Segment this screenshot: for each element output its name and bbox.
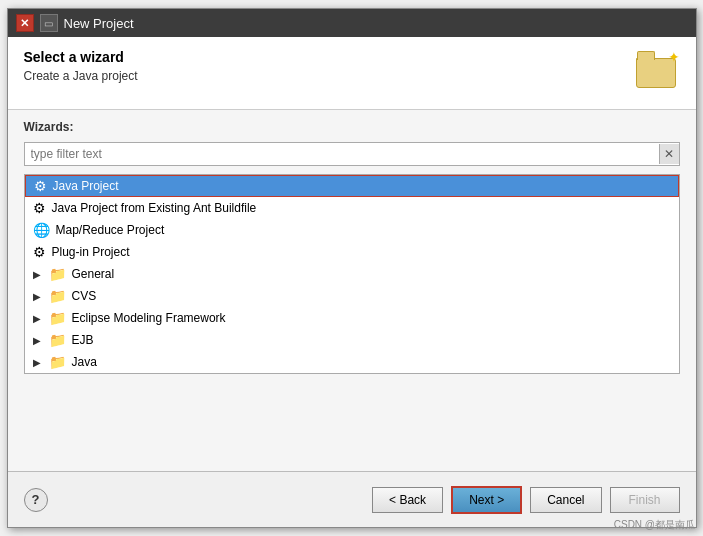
help-button[interactable]: ?: [24, 488, 48, 512]
cancel-button[interactable]: Cancel: [530, 487, 601, 513]
list-item[interactable]: ⚙Plug-in Project: [25, 241, 679, 263]
item-label: Plug-in Project: [52, 245, 130, 259]
dialog-body: Select a wizard Create a Java project ✦ …: [8, 37, 696, 527]
list-item[interactable]: ⚙Java Project from Existing Ant Buildfil…: [25, 197, 679, 219]
header-section: Select a wizard Create a Java project ✦: [8, 37, 696, 110]
list-item[interactable]: ⚙Java Project: [25, 175, 679, 197]
item-label: Map/Reduce Project: [56, 223, 165, 237]
item-icon: 📁: [49, 288, 66, 304]
wizards-label: Wizards:: [24, 120, 680, 134]
list-item[interactable]: ▶📁CVS: [25, 285, 679, 307]
create-java-project-label: Create a Java project: [24, 69, 138, 83]
filter-input[interactable]: [25, 145, 659, 163]
expand-arrow-icon: ▶: [33, 291, 43, 302]
item-icon: 🌐: [33, 222, 50, 238]
new-project-dialog: ✕ ▭ New Project Select a wizard Create a…: [7, 8, 697, 528]
item-icon: ⚙: [33, 244, 46, 260]
list-item[interactable]: ▶📁EJB: [25, 329, 679, 351]
footer-section: ? < Back Next > Cancel Finish: [8, 471, 696, 527]
list-item[interactable]: 🌐Map/Reduce Project: [25, 219, 679, 241]
item-label: Java: [72, 355, 97, 369]
item-icon: 📁: [49, 332, 66, 348]
item-label: Java Project: [53, 179, 119, 193]
content-section: Wizards: ✕ ⚙Java Project⚙Java Project fr…: [8, 110, 696, 471]
header-text: Select a wizard Create a Java project: [24, 49, 138, 83]
list-item[interactable]: ▶📁General: [25, 263, 679, 285]
list-item[interactable]: ▶📁Eclipse Modeling Framework: [25, 307, 679, 329]
item-icon: ⚙: [33, 200, 46, 216]
next-button[interactable]: Next >: [451, 486, 522, 514]
back-button[interactable]: < Back: [372, 487, 443, 513]
minimize-button[interactable]: ▭: [40, 14, 58, 32]
item-label: Eclipse Modeling Framework: [72, 311, 226, 325]
item-icon: 📁: [49, 310, 66, 326]
watermark: CSDN @都是南瓜: [614, 518, 695, 532]
item-icon: 📁: [49, 266, 66, 282]
item-label: EJB: [72, 333, 94, 347]
dialog-title: New Project: [64, 16, 688, 31]
expand-arrow-icon: ▶: [33, 269, 43, 280]
list-wrapper: ⚙Java Project⚙Java Project from Existing…: [24, 174, 680, 461]
item-icon: 📁: [49, 354, 66, 370]
item-label: CVS: [72, 289, 97, 303]
expand-arrow-icon: ▶: [33, 335, 43, 346]
expand-arrow-icon: ▶: [33, 313, 43, 324]
star-icon: ✦: [668, 49, 680, 65]
item-label: Java Project from Existing Ant Buildfile: [52, 201, 257, 215]
wizards-list[interactable]: ⚙Java Project⚙Java Project from Existing…: [24, 174, 680, 374]
list-item[interactable]: ▶📁Java: [25, 351, 679, 373]
select-wizard-label: Select a wizard: [24, 49, 138, 65]
item-icon: ⚙: [34, 178, 47, 194]
title-bar: ✕ ▭ New Project: [8, 9, 696, 37]
close-button[interactable]: ✕: [16, 14, 34, 32]
filter-clear-button[interactable]: ✕: [659, 144, 679, 164]
finish-button[interactable]: Finish: [610, 487, 680, 513]
expand-arrow-icon: ▶: [33, 357, 43, 368]
header-icon: ✦: [632, 49, 680, 97]
item-label: General: [72, 267, 115, 281]
filter-input-wrapper[interactable]: ✕: [24, 142, 680, 166]
